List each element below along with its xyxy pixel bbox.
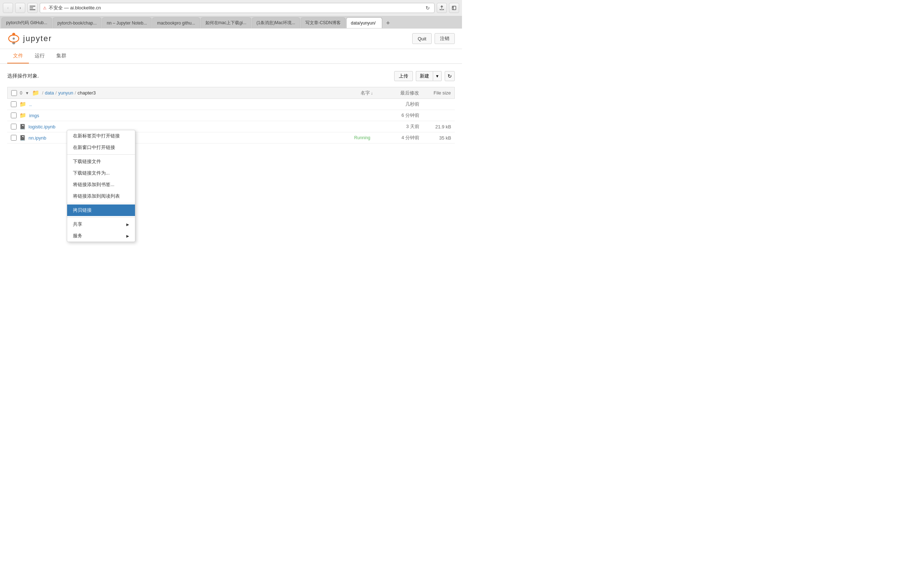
parent-folder-modified: 几秒前 <box>376 101 419 108</box>
jupyter-logo-icon <box>7 32 20 45</box>
logistic-modified: 3 天前 <box>376 123 419 130</box>
ctx-copy-link[interactable]: 拷贝链接 <box>67 205 135 216</box>
tab-2-label: pytorch-book/chap... <box>57 21 97 26</box>
tab-clusters[interactable]: 集群 <box>50 49 72 63</box>
tab-6-label: (1条消息)Mac环境... <box>257 20 295 26</box>
table-header: 0 ▼ 📁 / data / yunyun / chapter3 名字 ↓ 最后… <box>7 87 455 99</box>
svg-point-4 <box>13 37 15 40</box>
file-browser-header: 选择操作对象. 上传 新建 ▼ ↻ <box>7 71 455 81</box>
tab-7[interactable]: 写文章-CSDN博客 <box>300 17 346 28</box>
back-button[interactable]: ‹ <box>3 3 13 13</box>
tab-running[interactable]: 运行 <box>29 49 50 63</box>
ctx-sep-2 <box>67 203 135 203</box>
address-text: 不安全 — ai.blockelite.cn <box>49 5 422 11</box>
file-row-imgs: 📁 imgs 6 分钟前 <box>7 110 455 121</box>
modified-column-header: 最后修改 <box>376 90 419 96</box>
nn-status-badge: Running <box>354 135 370 140</box>
ctx-sep-3 <box>67 217 135 218</box>
services-submenu-arrow-icon: ▶ <box>126 234 129 238</box>
nn-notebook-icon: 📓 <box>19 135 26 141</box>
logistic-file-name[interactable]: logistic.ipynb <box>29 124 373 129</box>
row-imgs-checkbox[interactable] <box>11 113 16 118</box>
ctx-sep-1 <box>67 154 135 155</box>
nn-modified: 4 分钟前 <box>376 134 419 141</box>
quit-button[interactable]: Quit <box>412 33 432 44</box>
tab-3[interactable]: nn – Jupyter Noteb... <box>102 17 152 28</box>
tab-7-label: 写文章-CSDN博客 <box>305 20 341 26</box>
tab-4[interactable]: macbookpro githu... <box>152 17 200 28</box>
refresh-button[interactable]: ↻ <box>445 71 455 81</box>
nn-size: 35 kB <box>422 135 451 141</box>
nav-bar: ‹ › ⚠ 不安全 — ai.blockelite.cn ↻ <box>0 0 462 16</box>
address-bar[interactable]: ⚠ 不安全 — ai.blockelite.cn ↻ <box>40 3 435 13</box>
row-logistic-checkbox[interactable] <box>11 124 16 129</box>
svg-rect-0 <box>452 6 456 10</box>
size-column-header: File size <box>422 90 451 95</box>
root-folder-icon: 📁 <box>32 89 39 96</box>
ctx-download-link-as[interactable]: 下载链接文件为... <box>67 167 135 179</box>
reload-button[interactable]: ↻ <box>424 4 431 11</box>
new-button-main[interactable]: 新建 <box>416 71 433 81</box>
breadcrumb-sep-1: / <box>56 90 57 95</box>
name-column-header[interactable]: 名字 ↓ <box>360 90 373 96</box>
ctx-open-new-tab[interactable]: 在新标签页中打开链接 <box>67 130 135 142</box>
tab-2[interactable]: pytorch-book/chap... <box>53 17 102 28</box>
jupyter-actions: Quit 注销 <box>412 33 455 44</box>
tab-6[interactable]: (1条消息)Mac环境... <box>252 17 300 28</box>
tab-1[interactable]: pytorch代码 GitHub... <box>2 17 52 28</box>
row-nn-checkbox[interactable] <box>11 135 16 141</box>
breadcrumb-root-sep: / <box>42 90 44 95</box>
ctx-services[interactable]: 服务 ▶ <box>67 230 135 242</box>
tab-3-label: nn – Jupyter Noteb... <box>107 21 147 26</box>
breadcrumb: / data / yunyun / chapter3 <box>42 90 358 95</box>
insecure-icon: ⚠ <box>43 6 47 10</box>
file-actions: 上传 新建 ▼ ↻ <box>394 71 455 81</box>
imgs-folder-modified: 6 分钟前 <box>376 112 419 119</box>
logout-button[interactable]: 注销 <box>435 33 455 44</box>
tab-5[interactable]: 如何在mac上下载gi... <box>201 17 251 28</box>
tab-1-label: pytorch代码 GitHub... <box>6 20 47 26</box>
context-menu: 在新标签页中打开链接 在新窗口中打开链接 下载链接文件 下载链接文件为... 将… <box>67 130 135 242</box>
tab-8[interactable]: data/yunyun/ <box>346 17 382 28</box>
imgs-folder-icon: 📁 <box>19 112 26 119</box>
ctx-open-new-window[interactable]: 在新窗口中打开链接 <box>67 142 135 153</box>
sidebar-button[interactable] <box>27 3 37 13</box>
share-button[interactable] <box>437 3 447 13</box>
jupyter-header: jupyter Quit 注销 <box>0 29 462 49</box>
select-all-checkbox[interactable] <box>11 90 17 96</box>
jupyter-logo: jupyter <box>7 32 52 45</box>
new-tab-button[interactable] <box>449 3 459 13</box>
logistic-notebook-icon: 📓 <box>19 124 26 129</box>
select-label: 选择操作对象. <box>7 73 39 79</box>
tab-8-label: data/yunyun/ <box>351 21 378 26</box>
parent-folder-icon: 📁 <box>19 101 26 108</box>
browser-chrome: ‹ › ⚠ 不安全 — ai.blockelite.cn ↻ <box>0 0 462 29</box>
breadcrumb-yunyun[interactable]: yunyun <box>58 90 73 95</box>
ctx-share[interactable]: 共享 ▶ <box>67 219 135 230</box>
tab-5-label: 如何在mac上下载gi... <box>205 20 247 26</box>
tabs-bar: pytorch代码 GitHub... pytorch-book/chap...… <box>0 16 462 28</box>
breadcrumb-sep-2: / <box>75 90 76 95</box>
add-tab-button[interactable]: + <box>383 18 393 28</box>
ctx-add-bookmark[interactable]: 将链接添加到书签... <box>67 179 135 190</box>
share-submenu-arrow-icon: ▶ <box>126 222 129 226</box>
breadcrumb-chapter3: chapter3 <box>78 90 96 95</box>
ctx-download-link[interactable]: 下载链接文件 <box>67 156 135 167</box>
tab-4-label: macbookpro githu... <box>157 21 195 26</box>
breadcrumb-data[interactable]: data <box>45 90 54 95</box>
ctx-add-reading[interactable]: 将链接添加到阅读列表 <box>67 190 135 202</box>
file-count: 0 <box>20 90 23 95</box>
forward-button[interactable]: › <box>15 3 25 13</box>
parent-folder-name[interactable]: .. <box>29 102 373 107</box>
jupyter-logo-text: jupyter <box>23 34 52 43</box>
file-row-parent: 📁 .. 几秒前 <box>7 99 455 110</box>
jupyter-tabs: 文件 运行 集群 <box>0 49 462 64</box>
sort-arrow-icon: ▼ <box>25 91 29 95</box>
logistic-size: 21.9 kB <box>422 124 451 129</box>
new-button-group: 新建 ▼ <box>416 71 442 81</box>
new-button-arrow[interactable]: ▼ <box>433 71 442 81</box>
row-parent-checkbox[interactable] <box>11 102 16 107</box>
upload-button[interactable]: 上传 <box>394 71 413 81</box>
imgs-folder-name[interactable]: imgs <box>29 113 373 118</box>
tab-files[interactable]: 文件 <box>7 49 29 63</box>
